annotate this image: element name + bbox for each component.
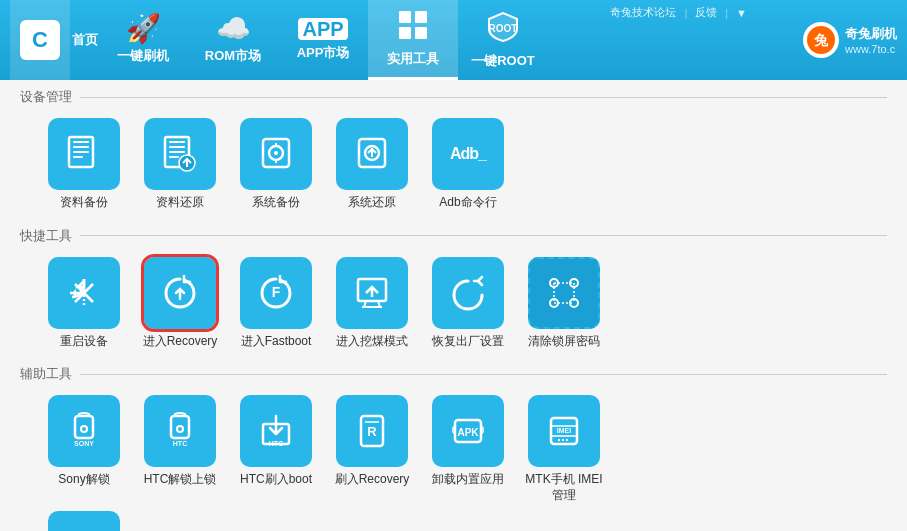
tool-label-mining: 进入挖煤模式 xyxy=(336,334,408,350)
tool-icon-lockscreen xyxy=(528,257,600,329)
tool-icon-reboot xyxy=(48,257,120,329)
tool-label-imei: MTK手机 IMEI管理 xyxy=(520,472,608,503)
svg-rect-16 xyxy=(169,156,179,158)
brand-name: 奇兔刷机 xyxy=(845,25,897,43)
tool-data-backup[interactable]: 资料备份 xyxy=(40,118,128,211)
tool-label-recovery: 进入Recovery xyxy=(143,334,218,350)
tool-sony[interactable]: SONY Sony解锁 xyxy=(40,395,128,503)
tool-label-reboot: 重启设备 xyxy=(60,334,108,350)
svg-rect-10 xyxy=(73,151,89,153)
svg-text:兔: 兔 xyxy=(813,32,829,48)
tool-adb-cmd[interactable]: Adb_ Adb命令行 xyxy=(424,118,512,211)
svg-text:IMEI: IMEI xyxy=(557,427,571,434)
tool-icon-htc-unlock: HTC xyxy=(144,395,216,467)
tool-icon-adb: Adb_ xyxy=(432,118,504,190)
tool-label-data-backup: 资料备份 xyxy=(60,195,108,211)
forum-link[interactable]: 奇兔技术论坛 xyxy=(610,5,676,20)
tool-label-sys-backup: 系统备份 xyxy=(252,195,300,211)
svg-rect-0 xyxy=(399,11,411,23)
tool-fastboot[interactable]: F 进入Fastboot xyxy=(232,257,320,350)
tool-icon-efs: EFS xyxy=(48,511,120,531)
tool-recovery[interactable]: 进入Recovery xyxy=(136,257,224,350)
tool-label-data-restore: 资料还原 xyxy=(156,195,204,211)
tool-icon-sys-restore xyxy=(336,118,408,190)
tool-htc-boot[interactable]: HTC HTC刷入boot xyxy=(232,395,320,503)
tool-icon-mining xyxy=(336,257,408,329)
feedback-link[interactable]: 反馈 xyxy=(695,5,717,20)
svg-rect-2 xyxy=(399,27,411,39)
tool-mining[interactable]: 进入挖煤模式 xyxy=(328,257,416,350)
tool-label-factory: 恢复出厂设置 xyxy=(432,334,504,350)
tool-icon-apk: APK xyxy=(432,395,504,467)
tool-label-htc-unlock: HTC解锁上锁 xyxy=(144,472,217,488)
shield-icon: ROOT xyxy=(487,11,519,48)
svg-point-49 xyxy=(177,426,183,432)
aux-tools-grid: SONY Sony解锁 HTC HTC解锁上锁 xyxy=(20,389,887,511)
tool-apk[interactable]: APK 卸载内置应用 xyxy=(424,395,512,503)
nav-label-shuaji: 一键刷机 xyxy=(117,47,169,65)
tool-factory[interactable]: 恢复出厂设置 xyxy=(424,257,512,350)
app-icon: APP xyxy=(298,18,347,40)
tool-data-restore[interactable]: 资料还原 xyxy=(136,118,224,211)
brand-url: www.7to.c xyxy=(845,43,897,55)
tool-icon-fastboot: F xyxy=(240,257,312,329)
tool-icon-flash-recovery: R xyxy=(336,395,408,467)
section-aux-tools: 辅助工具 xyxy=(20,357,887,389)
svg-point-46 xyxy=(81,426,87,432)
nav-label-rom: ROM市场 xyxy=(205,47,261,65)
tool-lockscreen[interactable]: 清除锁屏密码 xyxy=(520,257,608,350)
brand-info: 奇兔刷机 www.7to.c xyxy=(845,25,897,55)
svg-rect-13 xyxy=(169,141,185,143)
main-content: 设备管理 资料备份 xyxy=(0,80,907,531)
section-line-aux xyxy=(80,374,887,375)
tool-icon-sony: SONY xyxy=(48,395,120,467)
section-device-manage: 设备管理 xyxy=(20,80,887,112)
tool-htc-unlock[interactable]: HTC HTC解锁上锁 xyxy=(136,395,224,503)
rocket-icon: 🚀 xyxy=(126,15,161,43)
tool-icon-sys-backup xyxy=(240,118,312,190)
tool-label-adb: Adb命令行 xyxy=(439,195,496,211)
svg-text:R: R xyxy=(367,424,377,439)
aux-tools-row2-grid: EFS EFS xyxy=(20,511,887,531)
tool-label-lockscreen: 清除锁屏密码 xyxy=(528,334,600,350)
tool-sys-restore[interactable]: 系统还原 xyxy=(328,118,416,211)
svg-rect-8 xyxy=(73,141,89,143)
svg-text:HTC: HTC xyxy=(173,440,187,447)
brand-avatar: 兔 xyxy=(803,22,839,58)
tool-icon-data-restore xyxy=(144,118,216,190)
cloud-icon: ☁️ xyxy=(216,15,251,43)
nav-root[interactable]: ROOT 一键ROOT xyxy=(458,0,548,80)
section-label-device: 设备管理 xyxy=(20,88,72,106)
svg-point-21 xyxy=(274,151,278,155)
nav-shiyong-tools[interactable]: 实用工具 xyxy=(368,0,458,80)
tool-imei[interactable]: IMEI MTK手机 IMEI管理 xyxy=(520,395,608,503)
svg-text:ROOT: ROOT xyxy=(489,23,518,34)
top-links: 奇兔技术论坛 | 反馈 | ▼ xyxy=(610,5,747,20)
tool-icon-factory xyxy=(432,257,504,329)
tool-label-flash-recovery: 刷入Recovery xyxy=(335,472,410,488)
nav-app-market[interactable]: APP APP市场 xyxy=(278,0,368,80)
section-quick-tools: 快捷工具 xyxy=(20,219,887,251)
nav-rom-market[interactable]: ☁️ ROM市场 xyxy=(188,0,278,80)
topbar: C 首页 🚀 一键刷机 ☁️ ROM市场 APP APP市场 实用工具 ROOT xyxy=(0,0,907,80)
svg-text:APK: APK xyxy=(457,427,479,438)
tool-icon-recovery xyxy=(144,257,216,329)
tool-sys-backup[interactable]: 系统备份 xyxy=(232,118,320,211)
nav-yijian-shuaji[interactable]: 🚀 一键刷机 xyxy=(98,0,188,80)
link-sep2: | xyxy=(725,7,728,19)
tool-reboot[interactable]: 重启设备 xyxy=(40,257,128,350)
home-logo: C xyxy=(20,20,60,60)
tool-efs[interactable]: EFS EFS xyxy=(40,511,128,531)
nav-label-tools: 实用工具 xyxy=(387,50,439,68)
svg-text:SONY: SONY xyxy=(74,440,94,447)
svg-rect-9 xyxy=(73,146,89,148)
quick-tools-grid: 重启设备 进入Recovery F 进入Fastboot xyxy=(20,251,887,358)
svg-rect-11 xyxy=(73,156,83,158)
section-line-quick xyxy=(80,235,887,236)
section-label-aux: 辅助工具 xyxy=(20,365,72,383)
device-tools-grid: 资料备份 资料还原 xyxy=(20,112,887,219)
tool-flash-recovery[interactable]: R 刷入Recovery xyxy=(328,395,416,503)
nav-home[interactable]: C xyxy=(10,0,70,80)
tool-icon-imei: IMEI xyxy=(528,395,600,467)
svg-rect-15 xyxy=(169,151,185,153)
